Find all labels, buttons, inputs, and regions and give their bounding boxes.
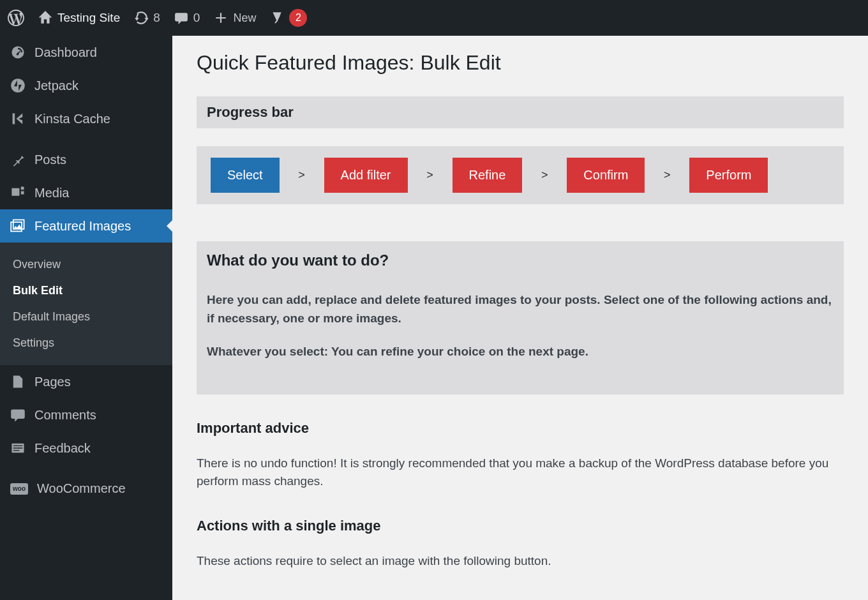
sidebar-item-label: Kinsta Cache [34,112,110,126]
progress-step-add-filter[interactable]: Add filter [324,158,408,193]
refresh-icon [134,11,148,25]
sidebar-item-featured-images[interactable]: Featured Images [0,209,172,243]
progress-sep: > [408,158,453,193]
adminbar-new[interactable]: New [214,11,256,25]
sidebar-item-label: Jetpack [34,79,79,93]
sidebar-item-posts[interactable]: Posts [0,143,172,176]
progress-step-confirm[interactable]: Confirm [567,158,645,193]
home-icon [38,11,52,25]
sidebar-item-label: Media [34,186,69,200]
comment-icon [174,11,188,25]
media-icon [10,185,26,200]
updates-count: 8 [153,11,160,25]
advice-section: Important advice There is no undo functi… [197,420,844,491]
dashboard-icon [10,45,26,60]
pages-icon [10,374,26,389]
new-label: New [233,11,256,25]
site-name-label: Testing Site [57,11,120,25]
sidebar-item-label: Pages [34,375,71,389]
info-heading: What do you want to do? [197,241,844,291]
plus-icon [214,11,228,25]
sidebar-submenu: Overview Bulk Edit Default Images Settin… [0,243,172,365]
sidebar-item-woocommerce[interactable]: woo WooCommerce [0,472,172,505]
feedback-icon [10,440,26,456]
wp-logo[interactable] [8,10,24,26]
sidebar-item-label: Dashboard [34,45,97,60]
sidebar-item-media[interactable]: Media [0,176,172,209]
submenu-overview[interactable]: Overview [0,251,172,278]
sidebar-item-label: Feedback [34,441,91,456]
advice-heading: Important advice [197,420,844,437]
info-box: What do you want to do? Here you can add… [197,241,844,394]
info-paragraph: Whatever you select: You can refine your… [197,343,844,361]
progress-step-select[interactable]: Select [211,158,280,193]
wordpress-icon [8,10,24,26]
page-content: Quick Featured Images: Bulk Edit Progres… [172,36,868,600]
sidebar-item-comments[interactable]: Comments [0,398,172,431]
sidebar-item-kinsta[interactable]: Kinsta Cache [0,102,172,135]
sidebar-item-jetpack[interactable]: Jetpack [0,69,172,102]
actions-heading: Actions with a single image [197,518,844,534]
adminbar-updates[interactable]: 8 [134,11,160,25]
progress-sep: > [522,158,567,193]
submenu-bulk-edit[interactable]: Bulk Edit [0,278,172,304]
page-title: Quick Featured Images: Bulk Edit [197,51,844,75]
actions-section: Actions with a single image These action… [197,518,844,571]
sidebar-item-label: Posts [34,153,66,167]
adminbar-yoast[interactable]: 2 [270,9,307,27]
progress-bar: Select > Add filter > Refine > Confirm >… [197,146,844,204]
adminbar: Testing Site 8 0 New 2 [0,0,868,36]
progress-sep: > [280,158,324,193]
info-paragraph: Here you can add, replace and delete fea… [197,291,844,327]
submenu-settings[interactable]: Settings [0,330,172,356]
sidebar-item-dashboard[interactable]: Dashboard [0,36,172,69]
progress-step-refine[interactable]: Refine [453,158,523,193]
svg-point-0 [11,79,25,93]
comment-icon [10,407,26,423]
sidebar-item-feedback[interactable]: Feedback [0,431,172,465]
sidebar-item-pages[interactable]: Pages [0,365,172,398]
actions-paragraph: These actions require to select an image… [197,552,844,571]
woo-icon: woo [10,483,28,495]
adminbar-comments[interactable]: 0 [174,11,200,25]
jetpack-icon [10,78,26,93]
comments-count: 0 [193,11,200,25]
sidebar-item-label: WooCommerce [37,481,126,496]
pin-icon [10,152,26,167]
yoast-icon [270,11,284,25]
admin-sidebar: Dashboard Jetpack Kinsta Cache Posts Med… [0,36,172,600]
yoast-badge: 2 [289,9,307,27]
submenu-default-images[interactable]: Default Images [0,304,172,330]
advice-paragraph: There is no undo function! It is strongl… [197,454,844,491]
progress-step-perform[interactable]: Perform [689,158,768,193]
progress-heading: Progress bar [197,96,844,128]
adminbar-site[interactable]: Testing Site [38,11,120,25]
sidebar-item-label: Featured Images [34,219,131,234]
kinsta-icon [10,111,26,126]
progress-sep: > [645,158,689,193]
sidebar-item-label: Comments [34,408,96,423]
images-icon [10,218,26,234]
